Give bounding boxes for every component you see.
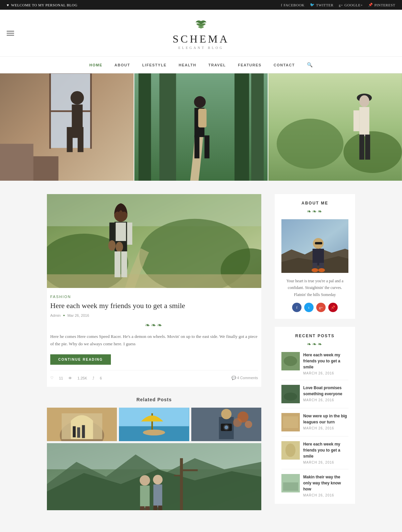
svg-point-27 [359, 95, 370, 107]
svg-rect-71 [140, 506, 144, 510]
meta-separator [63, 315, 65, 316]
pinterest-link[interactable]: 📌 PINTEREST [368, 3, 395, 7]
related-posts-title: Related Posts [47, 397, 261, 402]
hamburger-line [7, 33, 14, 34]
facebook-icon: f [281, 3, 282, 7]
svg-point-87 [318, 268, 325, 272]
twitter-link[interactable]: 🐦 TWITTER [310, 3, 333, 7]
nav-features[interactable]: FEATURES [232, 58, 267, 72]
views-count: 1.25K [77, 376, 87, 380]
hamburger-menu[interactable] [7, 31, 14, 36]
svg-rect-29 [359, 134, 364, 160]
svg-point-60 [221, 409, 231, 419]
recent-post-title-3[interactable]: Now were up in the big leagues our turn [303, 413, 348, 425]
svg-rect-22 [204, 135, 209, 159]
featured-post-body: FASHION Here each week my friends you to… [47, 288, 261, 387]
twitter-icon: 🐦 [310, 3, 315, 7]
shares-count: 6 [100, 376, 102, 380]
recent-post-date-2: MARCH 26, 2016 [303, 398, 348, 402]
post-author: Admin [50, 313, 61, 317]
svg-rect-14 [138, 73, 151, 181]
recent-post-5: Makin their way the only way they know h… [281, 474, 348, 497]
recent-posts-widget: RECENT POSTS ❧❧❧ Here each week my frien… [275, 327, 355, 504]
hamburger-line [7, 35, 14, 36]
recent-post-date-1: MARCH 26, 2016 [303, 371, 348, 375]
nav-lifestyle[interactable]: LIFESTYLE [136, 58, 173, 72]
top-bar: ♥ WELCOME TO MY PERSONAL BLOG f FACEBOOK… [0, 0, 402, 10]
related-thumb-3[interactable] [191, 408, 261, 441]
recent-posts-title: RECENT POSTS [281, 334, 348, 338]
nav-health[interactable]: HEALTH [173, 58, 202, 72]
svg-rect-51 [77, 427, 80, 438]
post-date: Mar 26, 2016 [67, 313, 89, 317]
svg-rect-6 [49, 110, 92, 112]
recent-post-title-5[interactable]: Makin their way the only way they know h… [303, 474, 348, 492]
pinterest-icon: 📌 [368, 3, 373, 7]
svg-rect-76 [158, 506, 162, 510]
recent-post-thumb-2 [281, 385, 300, 403]
svg-rect-97 [283, 482, 298, 491]
post-area: FASHION Here each week my friends you to… [47, 194, 261, 512]
logo-title: SCHEMA [7, 33, 395, 45]
recent-post-info-3: Now were up in the big leagues our turn … [303, 413, 348, 431]
recent-post-thumb-4 [281, 441, 300, 460]
svg-point-7 [71, 91, 84, 105]
shares-icon: ⤴ [92, 376, 94, 380]
nav-about[interactable]: ABOUT [109, 58, 136, 72]
top-bar-welcome: ♥ WELCOME TO MY PERSONAL BLOG [7, 3, 77, 7]
svg-rect-31 [353, 110, 359, 131]
about-facebook-icon[interactable]: f [292, 303, 302, 312]
googleplus-link[interactable]: g+ GOOGLE+ [339, 3, 363, 7]
post-category: FASHION [50, 295, 258, 299]
about-pinterest-icon[interactable]: 📌 [328, 303, 338, 312]
post-divider: ❧❧❧ [50, 321, 258, 329]
recent-post-title-1[interactable]: Here each week my friends you to get a s… [303, 352, 348, 370]
recent-post-3: Now were up in the big leagues our turn … [281, 413, 348, 436]
views-icon: 👁 [68, 376, 72, 380]
svg-rect-79 [174, 475, 183, 476]
search-icon[interactable]: 🔍 [301, 57, 319, 73]
svg-rect-77 [180, 458, 183, 510]
facebook-link[interactable]: f FACEBOOK [281, 3, 305, 7]
svg-point-66 [233, 418, 242, 427]
bottom-post-image [47, 443, 261, 510]
recent-post-title-2[interactable]: Love Boat promises something everyone [303, 385, 348, 397]
svg-rect-75 [153, 506, 157, 510]
continue-reading-button[interactable]: CONTINUE READING [50, 354, 111, 365]
recent-post-info-1: Here each week my friends you to get a s… [303, 352, 348, 375]
svg-rect-74 [153, 484, 162, 507]
main-nav: HOME ABOUT LIFESTYLE HEALTH TRAVEL FEATU… [0, 57, 402, 73]
about-twitter-icon[interactable]: t [304, 303, 314, 312]
nav-home[interactable]: HOME [83, 58, 109, 72]
svg-point-86 [312, 268, 318, 272]
recent-post-thumb-1 [281, 352, 300, 370]
nav-travel[interactable]: TRAVEL [202, 58, 232, 72]
recent-post-title-4[interactable]: Here each week my friends you to get a s… [303, 441, 348, 459]
svg-point-89 [284, 356, 297, 366]
about-googleplus-icon[interactable]: g+ [316, 303, 326, 312]
svg-point-65 [245, 421, 252, 428]
nav-contact[interactable]: CONTACT [268, 58, 301, 72]
about-me-widget: ABOUT ME ❧❧❧ [275, 194, 355, 319]
svg-rect-15 [159, 73, 176, 181]
related-thumb-1[interactable] [47, 408, 117, 441]
svg-rect-72 [145, 506, 150, 510]
svg-rect-12 [0, 144, 34, 181]
recent-post-4: Here each week my friends you to get a s… [281, 441, 348, 469]
svg-point-95 [285, 444, 295, 457]
related-thumb-2[interactable] [119, 408, 189, 441]
recent-post-thumb-3 [281, 413, 300, 431]
about-me-photo [281, 219, 348, 273]
svg-rect-30 [365, 134, 370, 160]
hero-panel-1 [0, 73, 134, 181]
related-posts-grid [47, 408, 261, 441]
comments-link[interactable]: 💬 4 Comments [231, 376, 258, 380]
post-title: Here each week my friends you to get a s… [50, 301, 258, 310]
about-me-divider: ❧❧❧ [281, 208, 348, 215]
top-bar-social: f FACEBOOK 🐦 TWITTER g+ GOOGLE+ 📌 PINTER… [281, 3, 395, 7]
about-me-title: ABOUT ME [281, 201, 348, 205]
recent-post-thumb-5 [281, 474, 300, 492]
recent-post-1: Here each week my friends you to get a s… [281, 352, 348, 380]
svg-rect-82 [315, 242, 322, 244]
welcome-text: WELCOME TO MY PERSONAL BLOG [11, 3, 77, 7]
